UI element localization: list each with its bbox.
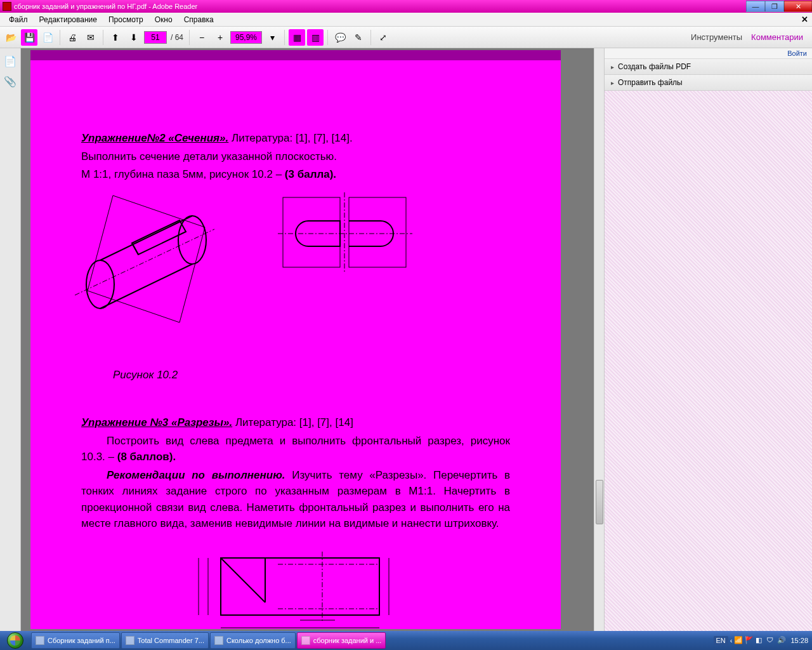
taskbar-item-0[interactable]: Сборник заданий п...	[31, 632, 120, 649]
exercise2-lit: Литература: [1], [7], [14].	[232, 132, 353, 144]
login-link[interactable]: Войти	[605, 48, 812, 59]
document-viewport[interactable]: Упражнение№2 «Сечения». Литература: [1],…	[21, 48, 604, 631]
window-minimize-button[interactable]: —	[746, 1, 765, 12]
tray-chevron-icon[interactable]: ‹	[730, 637, 733, 644]
system-tray: EN ‹ 📶 🚩 ◧ 🛡 🔊 15:28	[710, 636, 812, 645]
left-sidebar: 📄 📎	[0, 48, 21, 631]
pdf-icon	[301, 636, 310, 645]
menu-view[interactable]: Просмотр	[103, 14, 148, 25]
figure-10-2	[69, 192, 510, 332]
taskbar-item-1[interactable]: Total Commander 7...	[121, 632, 209, 649]
page-number-input[interactable]	[144, 31, 167, 44]
page-up-button[interactable]: ⬆	[107, 29, 124, 46]
open-button[interactable]: 📂	[3, 29, 19, 46]
tray-shield-icon[interactable]: 🛡	[766, 636, 775, 645]
menu-file[interactable]: Файл	[4, 14, 33, 25]
zoom-out-button[interactable]: −	[193, 29, 210, 46]
tray-network-icon[interactable]: 📶	[734, 636, 743, 645]
exercise2-line2: Выполнить сечение детали указанной плоск…	[81, 149, 510, 165]
totalcmd-icon	[126, 636, 134, 645]
menu-window[interactable]: Окно	[150, 14, 178, 25]
pages-panel-icon[interactable]: 📄	[4, 55, 16, 67]
save-button[interactable]: 💾	[21, 29, 37, 46]
language-indicator[interactable]: EN	[714, 636, 728, 645]
attachments-panel-icon[interactable]: 📎	[4, 75, 16, 88]
window-title: сборник заданий и упражнений по НГ.pdf -…	[14, 3, 197, 10]
print-button[interactable]: 🖨	[64, 29, 81, 46]
tray-volume-icon[interactable]: 🔊	[777, 636, 786, 645]
exercise2-heading: Упражнение№2 «Сечения».	[81, 132, 228, 144]
menubar: Файл Редактирование Просмотр Окно Справк…	[0, 13, 812, 27]
taskbar-item-3[interactable]: сборник заданий и ...	[297, 632, 386, 649]
send-files-accordion[interactable]: Отправить файлы	[605, 75, 812, 91]
svg-point-0	[86, 260, 114, 308]
figure-10-2-caption: Рисунок 10.2	[81, 367, 510, 383]
zoom-input[interactable]	[230, 31, 262, 44]
tray-app-icon[interactable]: ◧	[756, 636, 764, 645]
document-close-button[interactable]: ✕	[801, 15, 808, 24]
tray-flag-icon[interactable]: 🚩	[745, 636, 754, 645]
taskbar-item-2[interactable]: Сколько должно б...	[210, 632, 296, 649]
menu-edit[interactable]: Редактирование	[34, 14, 102, 25]
vertical-scrollbar[interactable]	[594, 48, 604, 631]
fit-width-button[interactable]: ▥	[307, 29, 324, 46]
create-pdf-accordion[interactable]: Создать файлы PDF	[605, 59, 812, 75]
exercise3-points: (8 баллов).	[117, 451, 176, 463]
svg-rect-6	[283, 197, 340, 267]
chrome-icon	[214, 636, 223, 645]
start-button[interactable]	[0, 631, 30, 650]
exercise3-rec-head: Рекомендации по выполнению.	[107, 469, 285, 481]
page-count-label: / 64	[171, 33, 183, 42]
save-as-button[interactable]: 📄	[39, 29, 56, 46]
highlight-button[interactable]: ✎	[350, 29, 367, 46]
email-button[interactable]: ✉	[82, 29, 99, 46]
fit-page-button[interactable]: ▦	[289, 29, 305, 46]
exercise2-points: (3 балла).	[285, 168, 336, 180]
window-close-button[interactable]: ✕	[784, 1, 812, 12]
comment-button[interactable]: 💬	[332, 29, 348, 46]
svg-rect-10	[221, 558, 379, 615]
svg-line-11	[221, 558, 265, 602]
window-titlebar: сборник заданий и упражнений по НГ.pdf -…	[0, 0, 812, 13]
clock[interactable]: 15:28	[790, 637, 808, 644]
window-maximize-button[interactable]: ❐	[765, 1, 784, 12]
menu-help[interactable]: Справка	[179, 14, 219, 25]
zoom-dropdown[interactable]: ▾	[264, 29, 280, 46]
exercise2-line3a: М 1:1, глубина паза 5мм, рисунок 10.2 –	[81, 168, 285, 180]
app-icon	[3, 2, 11, 11]
page-down-button[interactable]: ⬇	[126, 29, 142, 46]
scrollbar-thumb[interactable]	[596, 480, 603, 524]
tools-link[interactable]: Инструменты	[691, 32, 742, 42]
taskbar: Сборник заданий п... Total Commander 7..…	[0, 631, 812, 650]
right-panel: Войти Создать файлы PDF Отправить файлы	[604, 48, 812, 631]
exercise3-lit: Литература: [1], [7], [14]	[235, 416, 353, 428]
word-icon	[36, 636, 44, 645]
document-page: Упражнение№2 «Сечения». Литература: [1],…	[30, 50, 561, 629]
read-mode-button[interactable]: ⤢	[375, 29, 391, 46]
svg-line-4	[132, 243, 138, 255]
zoom-in-button[interactable]: +	[212, 29, 228, 46]
exercise3-heading: Упражнение №3 «Разрезы».	[81, 416, 232, 428]
comments-link[interactable]: Комментарии	[751, 32, 803, 42]
toolbar: 📂 💾 📄 🖨 ✉ ⬆ ⬇ / 64 − + ▾ ▦ ▥ 💬 ✎ ⤢ Инстр…	[0, 27, 812, 48]
figure-10-3	[189, 545, 405, 632]
svg-rect-7	[349, 197, 406, 267]
